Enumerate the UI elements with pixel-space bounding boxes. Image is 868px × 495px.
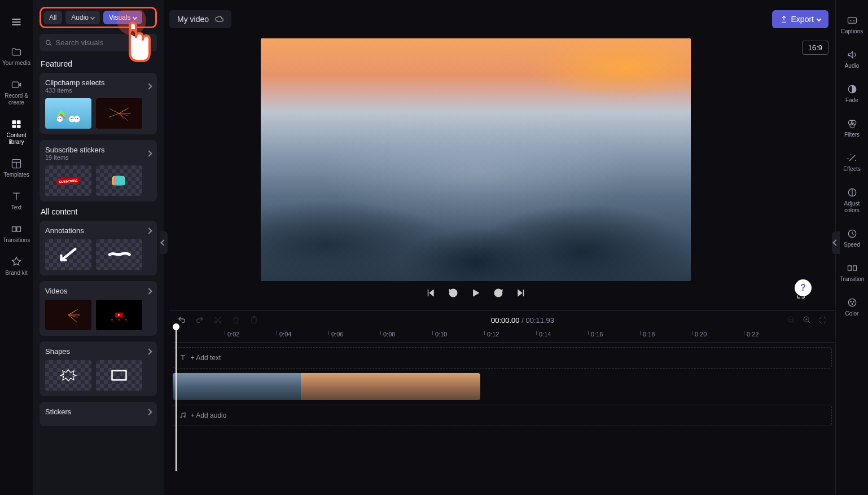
svg-point-48 [853, 301, 854, 303]
filter-visuals[interactable]: Visuals [103, 11, 142, 24]
audio-track[interactable]: + Add audio [173, 405, 832, 426]
svg-point-50 [214, 321, 217, 323]
thumb[interactable] [45, 239, 91, 270]
thumb[interactable] [96, 360, 142, 391]
redo-icon[interactable] [195, 316, 204, 325]
playhead[interactable] [176, 325, 177, 471]
zoom-in-icon[interactable] [803, 316, 812, 325]
svg-line-58 [808, 321, 810, 323]
forward-icon[interactable] [493, 288, 503, 298]
rail-color[interactable]: Color [836, 294, 868, 321]
play-icon[interactable] [471, 288, 481, 298]
svg-point-41 [849, 123, 854, 128]
thumb[interactable] [96, 239, 142, 270]
svg-point-19 [73, 116, 80, 122]
sidebar-item-your-media[interactable]: Your media [0, 43, 33, 70]
thumb[interactable] [96, 300, 142, 330]
rail-filters[interactable]: Filters [836, 115, 868, 142]
zoom-controls [787, 316, 827, 325]
svg-point-13 [46, 40, 50, 44]
svg-rect-44 [848, 266, 851, 270]
label: Templates [3, 172, 29, 178]
card-stickers[interactable]: Stickers [40, 402, 157, 426]
video-track[interactable] [173, 373, 832, 400]
label: Transitions [3, 237, 30, 244]
clipboard-icon[interactable] [249, 316, 258, 325]
cut-icon[interactable] [213, 316, 222, 325]
rail-fade[interactable]: Fade [836, 80, 868, 107]
card-subscribe-stickers[interactable]: Subscribe stickers 19 items SUBSCRIBE [40, 140, 157, 201]
timeline-tools [177, 316, 258, 325]
filter-audio[interactable]: Audio [65, 11, 100, 24]
chevron-right-icon [146, 150, 152, 156]
collapse-panel-button[interactable] [160, 231, 168, 254]
rail-speed[interactable]: Speed [836, 225, 868, 252]
card-shapes[interactable]: Shapes [40, 341, 157, 396]
svg-point-46 [848, 299, 856, 306]
zoom-out-icon[interactable] [787, 316, 796, 325]
svg-point-15 [57, 116, 63, 122]
label: Your media [2, 60, 30, 67]
skip-forward-icon[interactable] [516, 288, 526, 298]
card-sub: 19 items [45, 154, 104, 161]
rail-effects[interactable]: Effects [836, 149, 868, 176]
svg-point-40 [851, 120, 856, 125]
thumb[interactable] [45, 300, 91, 330]
thumb[interactable] [96, 98, 142, 129]
card-title: Subscribe stickers [45, 146, 104, 154]
filter-all[interactable]: All [43, 11, 62, 24]
card-videos[interactable]: Videos [40, 281, 157, 336]
search-bar[interactable] [40, 34, 157, 51]
music-icon [179, 411, 187, 419]
rewind-icon[interactable] [448, 288, 458, 298]
thumb[interactable]: SUBSCRIBE [45, 165, 91, 196]
sidebar-item-record-create[interactable]: Record & create [0, 76, 33, 109]
skip-back-icon[interactable] [426, 288, 436, 298]
menu-button[interactable] [6, 11, 27, 33]
svg-point-16 [59, 118, 60, 119]
label: Content library [1, 132, 32, 146]
top-bar: My video Export [169, 10, 828, 28]
card-annotations[interactable]: Annotations [40, 221, 157, 275]
chevron-right-icon [146, 348, 152, 354]
help-button[interactable]: ? [795, 279, 812, 296]
thumb[interactable] [96, 165, 142, 196]
rail-adjust-colors[interactable]: Adjust colors [836, 183, 868, 217]
search-input[interactable] [56, 38, 151, 47]
rail-audio[interactable]: Audio [836, 46, 868, 73]
text-track[interactable]: + Add text [173, 347, 832, 369]
sidebar-item-text[interactable]: Text [0, 187, 33, 214]
chevron-right-icon [146, 409, 152, 415]
sidebar-item-templates[interactable]: Templates [0, 155, 33, 182]
zoom-fit-icon[interactable] [818, 316, 827, 325]
expand-right-panel-button[interactable] [832, 231, 840, 254]
svg-point-20 [71, 118, 72, 119]
sidebar-item-transitions[interactable]: Transitions [0, 220, 33, 247]
rail-captions[interactable]: Captions [836, 11, 868, 38]
video-preview[interactable] [261, 38, 691, 281]
aspect-ratio-button[interactable]: 16:9 [802, 41, 828, 55]
left-rail: Your media Record & create Content libra… [0, 0, 33, 495]
thumb[interactable] [45, 360, 91, 391]
sidebar-item-brand-kit[interactable]: Brand kit [0, 253, 33, 280]
video-clip[interactable] [173, 373, 480, 400]
svg-line-14 [50, 43, 51, 45]
svg-point-22 [76, 118, 77, 119]
timeline-ruler[interactable]: 0:02 0:04 0:06 0:08 0:10 0:12 0:14 0:16 … [173, 329, 835, 343]
thumb[interactable] [45, 98, 91, 129]
right-rail: Captions Audio Fade Filters Effects Adju… [835, 0, 868, 495]
card-clipchamp-selects[interactable]: Clipchamp selects 433 items [40, 73, 157, 134]
card-title: Clipchamp selects [45, 78, 105, 87]
svg-point-47 [850, 301, 851, 303]
chevron-right-icon [146, 288, 152, 294]
label: Brand kit [5, 270, 27, 277]
upload-icon [780, 15, 788, 23]
svg-marker-34 [474, 290, 480, 296]
svg-line-55 [792, 321, 795, 323]
rail-transition[interactable]: Transition [836, 259, 868, 286]
export-button[interactable]: Export [772, 10, 828, 28]
project-title[interactable]: My video [169, 10, 231, 28]
delete-icon[interactable] [231, 316, 240, 325]
undo-icon[interactable] [177, 316, 186, 325]
sidebar-item-content-library[interactable]: Content library [0, 115, 33, 149]
